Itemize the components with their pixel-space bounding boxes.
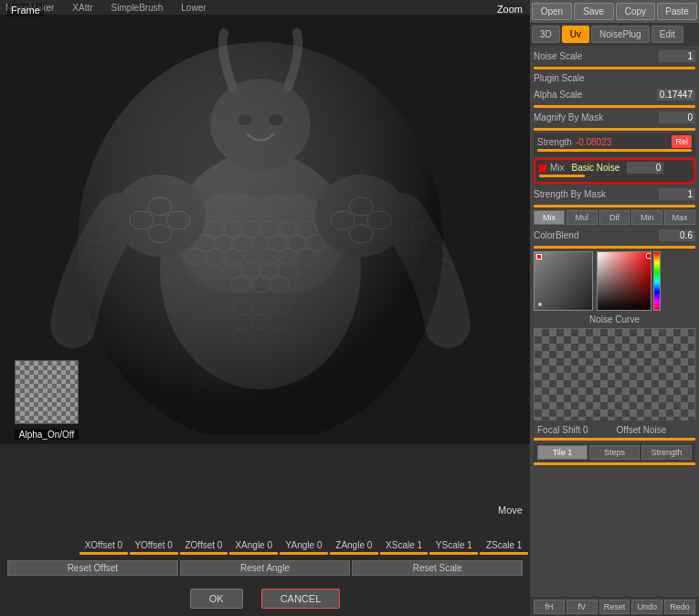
frame-label: Frame: [7, 4, 44, 16]
focal-shift-label: Focal Shift 0: [537, 425, 613, 435]
blend-mix[interactable]: Mix: [534, 210, 565, 225]
tool-row: fH fV Reset Undo Redo: [530, 597, 699, 616]
mix-value[interactable]: 0: [627, 162, 663, 174]
focal-slider[interactable]: [534, 438, 695, 441]
tile-slider[interactable]: [534, 462, 695, 465]
y-angle-slider[interactable]: [280, 552, 328, 555]
noise-scale-row: Noise Scale 1: [534, 49, 695, 63]
tab-uv[interactable]: Uv: [562, 26, 589, 43]
bottom-tab-row: Tile 1 Steps Strength: [534, 443, 695, 462]
magnify-mask-label: Magnify By Mask: [534, 112, 603, 122]
blend-max[interactable]: Max: [664, 210, 695, 225]
y-angle: YAngle 0: [280, 540, 328, 555]
blend-dif[interactable]: Dif: [599, 210, 630, 225]
y-offset: YOffset 0: [130, 540, 178, 555]
paste-button[interactable]: Paste: [657, 3, 697, 20]
tab-row: 3D Uv NoisePlug Edit: [530, 24, 699, 46]
tab-3d[interactable]: 3D: [532, 26, 560, 43]
mix-slider[interactable]: [539, 175, 585, 177]
y-scale-slider[interactable]: [429, 552, 478, 555]
x-offset-slider[interactable]: [79, 552, 128, 555]
noise-label: Noise Curve: [534, 314, 695, 324]
rel-button[interactable]: Rel: [672, 135, 692, 148]
strength-label: Strength: [537, 137, 572, 147]
color-dot-tl: [536, 254, 542, 260]
color-blend-label: ColorBlend: [534, 230, 578, 240]
mix-indicator: [539, 165, 546, 172]
alpha-label: Alpha_On/Off: [15, 430, 79, 440]
alpha-scale-value[interactable]: 0.17447: [657, 89, 695, 101]
reset-scale-button[interactable]: Reset Scale: [352, 560, 523, 576]
cancel-button[interactable]: CANCEL: [261, 589, 341, 609]
reset-offset-button[interactable]: Reset Offset: [7, 560, 178, 576]
alpha-scale-row: Alpha Scale 0.17447: [534, 88, 695, 101]
color-blend-value[interactable]: 0.6: [659, 229, 695, 241]
x-scale-slider[interactable]: [380, 552, 429, 555]
blend-mul[interactable]: Mul: [567, 210, 598, 225]
strength-slider[interactable]: [537, 149, 692, 152]
tile-tab[interactable]: Tile 1: [537, 445, 588, 460]
color-blend-slider[interactable]: [534, 246, 695, 249]
dark-color-picker[interactable]: [534, 251, 593, 311]
ok-button[interactable]: OK: [190, 589, 243, 609]
viewport: NoiseMaker XAttr SimpleBrush Lower Frame…: [0, 0, 530, 616]
x-scale: XScale 1: [380, 540, 429, 555]
basic-noise-label: Basic Noise: [568, 163, 624, 173]
z-scale-slider[interactable]: [480, 552, 528, 555]
noise-preview: [534, 328, 695, 420]
z-angle-slider[interactable]: [330, 552, 378, 555]
plugin-scale-row: Plugin Scale: [534, 72, 695, 84]
rgb-color-picker[interactable]: [597, 251, 651, 311]
steps-tab[interactable]: Steps: [589, 445, 640, 460]
alpha-scale-label: Alpha Scale: [534, 90, 582, 100]
magnify-mask-slider[interactable]: [534, 128, 695, 131]
z-angle: ZAngle 0: [330, 540, 378, 555]
reset-angle-button[interactable]: Reset Angle: [180, 560, 351, 576]
svg-rect-62: [598, 252, 651, 311]
strength-mask-slider[interactable]: [534, 205, 695, 207]
strength-mask-value[interactable]: 1: [659, 188, 695, 200]
color-section: [534, 251, 695, 311]
tab-noiseplug[interactable]: NoisePlug: [591, 26, 650, 43]
noise-scale-value[interactable]: 1: [659, 50, 695, 62]
noise-scale-label: Noise Scale: [534, 51, 582, 61]
z-scale: ZScale 1: [480, 540, 528, 555]
noise-scale-slider[interactable]: [534, 67, 695, 69]
fv-button[interactable]: fV: [567, 600, 598, 614]
mix-row: Mix Basic Noise 0: [534, 158, 695, 184]
x-angle-slider[interactable]: [229, 552, 278, 555]
magnify-mask-row: Magnify By Mask 0: [534, 111, 695, 124]
strength-mask-label: Strength By Mask: [534, 189, 606, 199]
reset-buttons: Reset Offset Reset Angle Reset Scale: [0, 558, 530, 578]
strength-value[interactable]: -0.08023: [572, 137, 673, 147]
svg-rect-69: [535, 329, 694, 420]
undo-button[interactable]: Undo: [631, 600, 662, 614]
open-button[interactable]: Open: [532, 3, 572, 20]
alpha-preview: [15, 360, 79, 424]
reset-tool-button[interactable]: Reset: [599, 600, 630, 614]
mix-label: Mix: [550, 163, 565, 173]
color-row: [534, 251, 695, 311]
svg-point-63: [646, 253, 651, 259]
alpha-scale-slider[interactable]: [534, 105, 695, 108]
move-label: Move: [498, 504, 523, 515]
blend-min[interactable]: Min: [631, 210, 662, 225]
strength-mask-row: Strength By Mask 1: [534, 187, 695, 201]
hue-bar[interactable]: [653, 251, 661, 311]
strength2-tab[interactable]: Strength: [641, 445, 692, 460]
copy-button[interactable]: Copy: [616, 3, 656, 20]
top-buttons-row: Open Save Copy Paste: [530, 0, 699, 24]
redo-button[interactable]: Redo: [664, 600, 695, 614]
x-offset: XOffset 0: [79, 540, 128, 555]
x-attr-label: XAttr: [72, 3, 92, 13]
z-offset-slider[interactable]: [180, 552, 228, 555]
tab-edit[interactable]: Edit: [651, 26, 683, 43]
magnify-mask-value[interactable]: 0: [659, 112, 695, 123]
color-blend-row: ColorBlend 0.6: [534, 228, 695, 242]
params-area: Noise Scale 1 Plugin Scale Alpha Scale 0…: [530, 46, 699, 597]
fh-button[interactable]: fH: [534, 600, 565, 614]
y-offset-slider[interactable]: [130, 552, 178, 555]
blend-row: Mix Mul Dif Min Max: [534, 210, 695, 225]
plugin-scale-label: Plugin Scale: [534, 73, 585, 83]
save-button[interactable]: Save: [574, 3, 614, 20]
